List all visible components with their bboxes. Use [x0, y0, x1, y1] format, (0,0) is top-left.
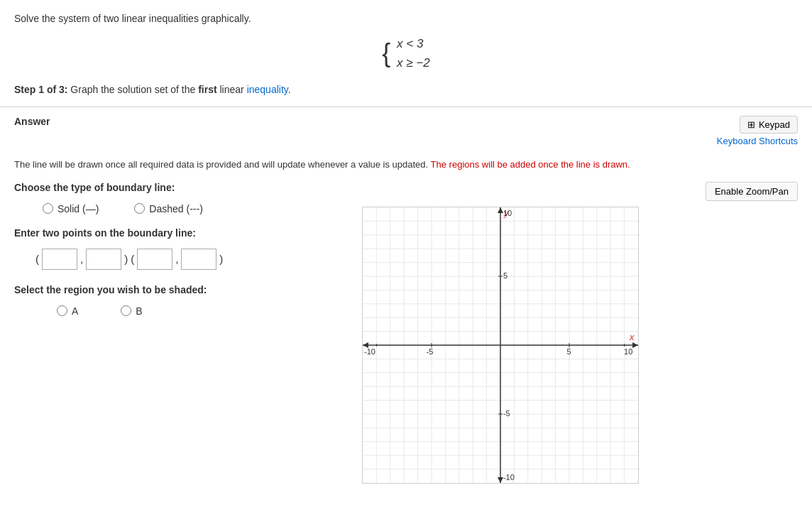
step-text: Step 1 of 3: Graph the solution set of t… — [14, 84, 798, 95]
solid-radio[interactable] — [43, 203, 53, 214]
equation-1: x < 3 — [397, 34, 430, 53]
region-a-option[interactable]: A — [57, 305, 78, 317]
svg-marker-38 — [632, 342, 638, 348]
boundary-radio-group: Solid (—) Dashed (---) — [14, 203, 348, 214]
close-paren-2: ) — [219, 253, 223, 265]
svg-text:-5: -5 — [503, 409, 510, 418]
svg-marker-40 — [498, 207, 503, 213]
instruction-text: Solve the system of two linear inequalit… — [14, 13, 798, 24]
step-number: Step 1 of 3: — [14, 84, 67, 95]
enable-zoom-button[interactable]: Enable Zoom/Pan — [706, 182, 798, 201]
keypad-area: ⊞ Keypad Keyboard Shortcuts — [717, 116, 798, 146]
comma-2: , — [175, 253, 178, 265]
info-text-after: The regions will be added once the line … — [431, 159, 630, 170]
step-desc-before: Graph the solution set of the — [70, 84, 198, 95]
graph-container: x y -10 -5 5 10 10 5 -5 — [362, 207, 639, 484]
point1-y-input[interactable] — [86, 249, 121, 270]
svg-text:x: x — [629, 332, 635, 342]
svg-text:5: 5 — [567, 347, 571, 356]
region-radio-group: A B — [14, 305, 348, 317]
brace-symbol: { — [382, 38, 390, 67]
math-equations: x < 3 x ≥ −2 — [397, 34, 430, 72]
answer-header: Answer ⊞ Keypad Keyboard Shortcuts — [14, 116, 798, 146]
answer-section: Answer ⊞ Keypad Keyboard Shortcuts — [0, 107, 812, 146]
svg-text:-10: -10 — [503, 473, 515, 482]
point2-x-input[interactable] — [137, 249, 172, 270]
info-text-before: The line will be drawn once all required… — [14, 159, 428, 170]
keyboard-shortcuts-link[interactable]: Keyboard Shortcuts — [717, 136, 798, 146]
keypad-grid-icon: ⊞ — [747, 119, 755, 130]
boundary-section: Choose the type of boundary line: Solid … — [14, 182, 348, 214]
svg-marker-41 — [498, 477, 503, 483]
left-panel: Choose the type of boundary line: Solid … — [0, 182, 362, 484]
dashed-option[interactable]: Dashed (---) — [134, 203, 202, 214]
region-b-option[interactable]: B — [121, 305, 142, 317]
keypad-button[interactable]: ⊞ Keypad — [740, 116, 798, 134]
comma-1: , — [80, 253, 83, 265]
svg-text:5: 5 — [503, 271, 508, 280]
svg-text:-5: -5 — [427, 347, 434, 356]
graph-svg: x y -10 -5 5 10 10 5 -5 — [363, 207, 638, 483]
open-paren-2: ( — [131, 253, 134, 265]
step-desc-blue: inequality — [247, 84, 288, 95]
step-desc-period: . — [288, 84, 291, 95]
point1-x-input[interactable] — [42, 249, 77, 270]
point2-y-input[interactable] — [181, 249, 216, 270]
dashed-label: Dashed (---) — [149, 203, 202, 214]
region-section: Select the region you wish to be shaded:… — [14, 284, 348, 317]
keypad-button-label: Keypad — [759, 119, 790, 130]
region-title: Select the region you wish to be shaded: — [14, 284, 348, 295]
step-emphasis: first — [198, 84, 216, 95]
points-inputs: ( , ) ( , ) — [14, 249, 348, 270]
boundary-title: Choose the type of boundary line: — [14, 182, 348, 193]
step-desc-end: linear — [219, 84, 246, 95]
region-b-radio[interactable] — [121, 305, 131, 316]
close-paren-1: ) — [124, 253, 128, 265]
top-section: Solve the system of two linear inequalit… — [0, 0, 812, 107]
dashed-radio[interactable] — [134, 203, 145, 214]
math-system: { x < 3 x ≥ −2 — [14, 34, 798, 72]
answer-label: Answer — [14, 116, 50, 127]
solid-label: Solid (—) — [57, 203, 99, 214]
equation-2: x ≥ −2 — [397, 53, 430, 72]
main-content: Choose the type of boundary line: Solid … — [0, 182, 812, 484]
region-a-radio[interactable] — [57, 305, 67, 316]
region-b-label: B — [136, 305, 142, 317]
open-paren-1: ( — [35, 253, 39, 265]
svg-text:-10: -10 — [364, 347, 375, 356]
points-section: Enter two points on the boundary line: (… — [14, 227, 348, 270]
solid-option[interactable]: Solid (—) — [43, 203, 99, 214]
svg-text:10: 10 — [624, 347, 632, 356]
svg-text:10: 10 — [503, 209, 512, 217]
points-title: Enter two points on the boundary line: — [14, 227, 348, 239]
region-a-label: A — [72, 305, 78, 317]
info-text: The line will be drawn once all required… — [0, 151, 812, 182]
right-panel: Enable Zoom/Pan — [362, 182, 798, 484]
